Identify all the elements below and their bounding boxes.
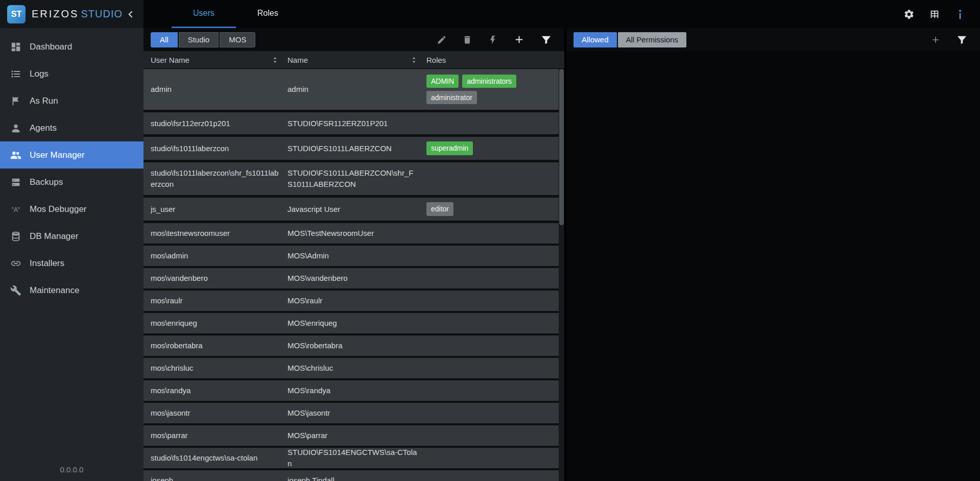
table-scrollbar[interactable] [559, 69, 564, 481]
table-row[interactable]: adminadminADMINadministratorsadministrat… [144, 69, 559, 110]
table-row[interactable]: josephjoseph Tindall [144, 470, 559, 481]
allowed-button[interactable]: Allowed [573, 32, 617, 47]
sidebar-item-label: Agents [30, 123, 57, 133]
brand-title: ERIZOSSTUDIO [32, 8, 123, 20]
tab-users[interactable]: Users [172, 0, 236, 28]
grid-view-icon[interactable] [929, 9, 940, 20]
cell-name: STUDIO\FS1014ENGCTWS\sa-CTolan [288, 448, 426, 468]
permissions-buttons: AllowedAll Permissions [573, 32, 686, 47]
sidebar: ST ERIZOSSTUDIO DashboardLogsAs RunAgent… [0, 0, 144, 481]
sidebar-item-as-run[interactable]: As Run [0, 87, 144, 114]
cell-roles: editor [426, 198, 559, 221]
brand: ST ERIZOSSTUDIO [0, 0, 144, 28]
users-toolbar-icons [437, 34, 557, 45]
sort-icon[interactable] [271, 56, 279, 64]
column-label: User Name [151, 56, 189, 64]
table-row[interactable]: mos\randyaMOS\randya [144, 380, 559, 401]
table-row[interactable]: mos\raulrMOS\raulr [144, 291, 559, 311]
sidebar-item-logs[interactable]: Logs [0, 60, 144, 87]
cell-user-name: mos\vandenbero [144, 268, 288, 288]
table-row[interactable]: js_userJavascript Usereditor [144, 198, 559, 221]
table-row[interactable]: mos\robertabraMOS\robertabra [144, 335, 559, 356]
cell-roles [426, 223, 559, 244]
filter-button-studio[interactable]: Studio [179, 32, 219, 47]
cell-roles [426, 313, 559, 333]
dashboard-icon [10, 41, 21, 53]
sidebar-collapse-icon[interactable] [126, 9, 136, 19]
filter-button-all[interactable]: All [151, 32, 178, 47]
cell-name: MOS\robertabra [288, 335, 426, 356]
as-run-icon [10, 95, 21, 107]
cell-name: MOS\raulr [288, 291, 426, 311]
sidebar-item-mos-debugger[interactable]: "A"Mos Debugger [0, 196, 144, 223]
scope-filter: AllStudioMOS [151, 32, 255, 47]
table-row[interactable]: mos\enriquegMOS\enriqueg [144, 313, 559, 333]
table-body-wrap: adminadminADMINadministratorsadministrat… [144, 69, 564, 481]
cell-roles [426, 448, 559, 468]
sidebar-item-agents[interactable]: Agents [0, 114, 144, 141]
table-row[interactable]: studio\fs1014engctws\sa-ctolanSTUDIO\FS1… [144, 448, 559, 468]
table-row[interactable]: mos\parrarMOS\parrar [144, 425, 559, 446]
cell-name: MOS\chrisluc [288, 358, 426, 378]
table-row[interactable]: mos\adminMOS\Admin [144, 246, 559, 266]
sidebar-item-db-manager[interactable]: DB Manager [0, 223, 144, 250]
cell-name: STUDIO\FS1011LABERZCON\shr_FS1011LABERZC… [288, 162, 426, 195]
edit-icon[interactable] [437, 35, 447, 45]
add-icon[interactable] [513, 34, 525, 45]
table-row[interactable]: mos\jasontrMOS\jasontr [144, 403, 559, 423]
sidebar-item-label: Dashboard [30, 42, 72, 52]
column-header-name[interactable]: Name [288, 51, 426, 68]
table-row[interactable]: studio\fs1011laberzcon\shr_fs1011laberzc… [144, 162, 559, 195]
cell-roles [426, 380, 559, 401]
cell-roles [426, 246, 559, 266]
cell-user-name: mos\chrisluc [144, 358, 288, 378]
sort-icon[interactable] [410, 56, 418, 64]
column-label: Roles [426, 56, 446, 64]
settings-icon[interactable] [903, 9, 915, 20]
cell-roles [426, 112, 559, 134]
add-icon[interactable] [930, 35, 941, 45]
mos-debugger-icon: "A" [10, 204, 21, 215]
cell-user-name: mos\raulr [144, 291, 288, 311]
svg-text:"A": "A" [12, 206, 20, 213]
cell-name: STUDIO\FSR112ERZ01P201 [288, 112, 426, 134]
sidebar-item-installers[interactable]: Installers [0, 250, 144, 277]
cell-roles [426, 358, 559, 378]
top-bar: UsersRoles [144, 0, 980, 28]
cell-name: MOS\enriqueg [288, 313, 426, 333]
tab-roles[interactable]: Roles [236, 0, 300, 28]
filter-button-mos[interactable]: MOS [220, 32, 255, 47]
permissions-body [566, 51, 980, 481]
delete-icon[interactable] [462, 35, 472, 45]
cell-roles [426, 425, 559, 446]
sidebar-item-user-manager[interactable]: User Manager [0, 141, 144, 169]
lightning-icon[interactable] [488, 35, 498, 45]
sidebar-item-backups[interactable]: Backups [0, 169, 144, 196]
table-row[interactable]: studio\fsr112erz01p201STUDIO\FSR112ERZ01… [144, 112, 559, 134]
tab-bar: UsersRoles [144, 0, 300, 28]
role-badge: superadmin [426, 141, 473, 155]
column-header-user-name[interactable]: User Name [144, 51, 288, 68]
info-icon[interactable] [954, 9, 966, 20]
filter-icon[interactable] [956, 34, 968, 45]
version-label: 0.0.0.0 [0, 457, 144, 481]
sidebar-item-label: User Manager [30, 150, 85, 160]
filter-icon[interactable] [540, 34, 552, 45]
cell-user-name: mos\jasontr [144, 403, 288, 423]
sidebar-item-maintenance[interactable]: Maintenance [0, 277, 144, 304]
sidebar-item-label: DB Manager [30, 231, 78, 242]
cell-roles [426, 268, 559, 288]
table-row[interactable]: mos\testnewsroomuserMOS\TestNewsroomUser [144, 223, 559, 244]
users-table: User NameNameRoles adminadminADMINadmini… [144, 51, 564, 481]
cell-user-name: mos\robertabra [144, 335, 288, 356]
cell-name: joseph Tindall [288, 470, 426, 481]
table-row[interactable]: studio\fs1011laberzconSTUDIO\FS1011LABER… [144, 137, 559, 160]
cell-user-name: joseph [144, 470, 288, 481]
app-window: ST ERIZOSSTUDIO DashboardLogsAs RunAgent… [0, 0, 980, 481]
table-row[interactable]: mos\vandenberoMOS\vandenbero [144, 268, 559, 288]
cell-roles [426, 162, 559, 195]
all-permissions-button[interactable]: All Permissions [618, 32, 687, 47]
scrollbar-thumb[interactable] [559, 69, 564, 225]
table-row[interactable]: mos\chrislucMOS\chrisluc [144, 358, 559, 378]
sidebar-item-dashboard[interactable]: Dashboard [0, 33, 144, 60]
